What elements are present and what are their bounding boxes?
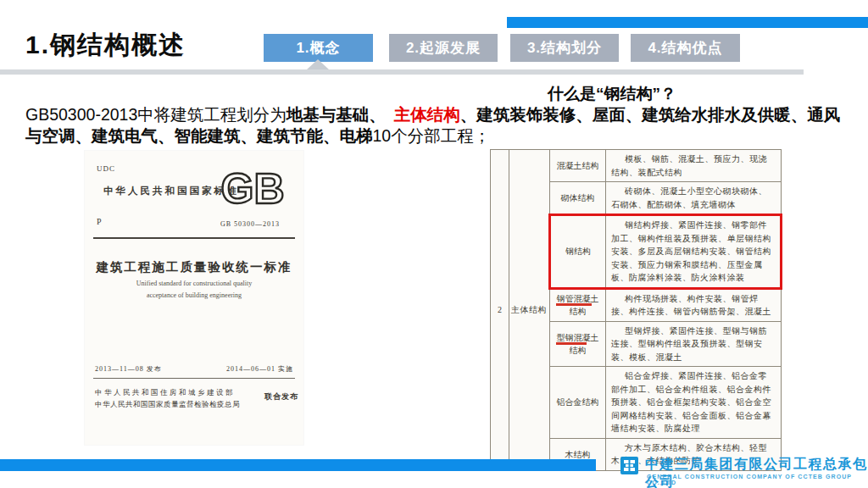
category-masonry: 砌体结构	[550, 182, 606, 215]
top-accent-bar	[507, 17, 868, 28]
classification-table: 2 主体结构 混凝土结构 模板、钢筋、混凝土、预应力、现浇结构、装配式结构 砌体…	[490, 149, 782, 471]
page-title: 1.钢结构概述	[25, 28, 186, 63]
footer-accent-bar	[0, 459, 596, 471]
tab-structure-division[interactable]: 3.结构划分	[510, 34, 619, 62]
question-heading: 什么是“钢结构”？	[548, 83, 676, 105]
tab-structure-advantages[interactable]: 4.结构优点	[631, 34, 740, 62]
items-aluminium: 铝合金焊接、紧固件连接、铝合金零部件加工、铝合金构件组装、铝合金构件预拼装、铝合…	[606, 367, 782, 439]
division-cell: 主体结构	[509, 150, 550, 471]
intro-paragraph: GB50300-2013中将建筑工程划分为地基与基础、主体结构、建筑装饰装修、屋…	[25, 104, 843, 147]
cover-standard-number: GB 50300—2013	[220, 220, 280, 228]
cover-impl-date: 2014—06—01 实施	[226, 364, 293, 374]
slide: 1.钢结构概述 1.概念 2.起源发展 3.结构划分 4.结构优点 什么是“钢结…	[0, 0, 868, 488]
items-section-steel-concrete: 型钢焊接、紧固件连接、型钢与钢筋连接、型钢构件组装及预拼装、型钢安装、模板、混凝…	[606, 321, 782, 367]
items-concrete: 模板、钢筋、混凝土、预应力、现浇结构、装配式结构	[606, 150, 782, 182]
classification-table-image: 2 主体结构 混凝土结构 模板、钢筋、混凝土、预应力、现浇结构、装配式结构 砌体…	[490, 149, 782, 471]
category-steel-tube-concrete: 钢管混凝土结构	[550, 288, 606, 321]
table-row: 2 主体结构 混凝土结构 模板、钢筋、混凝土、预应力、现浇结构、装配式结构	[491, 150, 782, 182]
cover-issue-date: 2013—11—08 发布	[95, 364, 162, 374]
gb-logo-icon: GB	[212, 164, 293, 215]
items-masonry: 砖砌体、混凝土小型空心砌块砌体、石砌体、配筋砌体、填充墙砌体	[606, 182, 782, 215]
cover-issuer-2: 中华人民共和国国家质量监督检验检疫总局	[95, 398, 264, 410]
header-divider	[0, 69, 804, 75]
cover-title-cn: 建筑工程施工质量验收统一标准	[85, 259, 303, 275]
cover-issuer-1: 中华人民共和国住房和城乡建设部	[95, 386, 264, 398]
para-prefix: GB50300-2013中将建筑工程划分为	[25, 105, 287, 124]
tab-origin-development-label: 2.起源发展	[406, 38, 481, 58]
cover-date-row: 2013—11—08 发布 2014—06—01 实施	[95, 364, 293, 374]
items-steel-tube-concrete: 构件现场拼装、构件安装、钢管焊接、构件连接、钢管内钢筋骨架、混凝土	[606, 288, 782, 321]
svg-text:GB: GB	[221, 165, 285, 212]
items-steel: 钢结构焊接、紧固件连接、钢零部件加工、钢构件组装及预拼装、单层钢结构安装、多层及…	[606, 215, 782, 289]
tab-structure-advantages-label: 4.结构优点	[648, 38, 722, 58]
cover-rule-2	[93, 378, 295, 379]
para-bold-foundation: 地基与基础、	[287, 105, 386, 124]
cover-udc: UDC	[97, 164, 115, 173]
category-section-steel-concrete: 型钢混凝土结构	[550, 321, 606, 367]
cover-p-mark: P	[97, 217, 102, 226]
tab-structure-division-label: 3.结构划分	[527, 38, 602, 58]
tab-concept[interactable]: 1.概念	[264, 34, 373, 62]
cover-title-en-2: acceptance of building engineering	[85, 291, 303, 299]
active-tab-pointer-icon	[307, 59, 329, 69]
cover-issuers: 中华人民共和国住房和城乡建设部 中华人民共和国国家质量监督检验检疫总局	[95, 386, 264, 410]
para-suffix: 10个分部工程；	[373, 126, 491, 145]
cover-rule	[93, 237, 295, 239]
category-aluminium: 铝合金结构	[550, 367, 606, 439]
cover-title-en-1: Unified standard for constructional qual…	[85, 280, 303, 287]
row-number-cell: 2	[491, 150, 509, 471]
gb-standard-cover-image: UDC 中华人民共和国国家标准 GB GB 50300—2013 P 建筑工程施…	[85, 151, 303, 445]
category-concrete: 混凝土结构	[550, 150, 606, 182]
category-steel: 钢结构	[550, 215, 606, 289]
cover-joint-release: 联合发布	[264, 391, 298, 402]
company-name-en: GENERAL CONSTRUCTION COMPANY OF CCTEB GR…	[647, 474, 868, 485]
tab-concept-label: 1.概念	[296, 38, 340, 58]
cscec-logo-icon	[620, 457, 638, 474]
para-red-term: 主体结构	[394, 105, 460, 124]
tab-origin-development[interactable]: 2.起源发展	[389, 34, 498, 62]
